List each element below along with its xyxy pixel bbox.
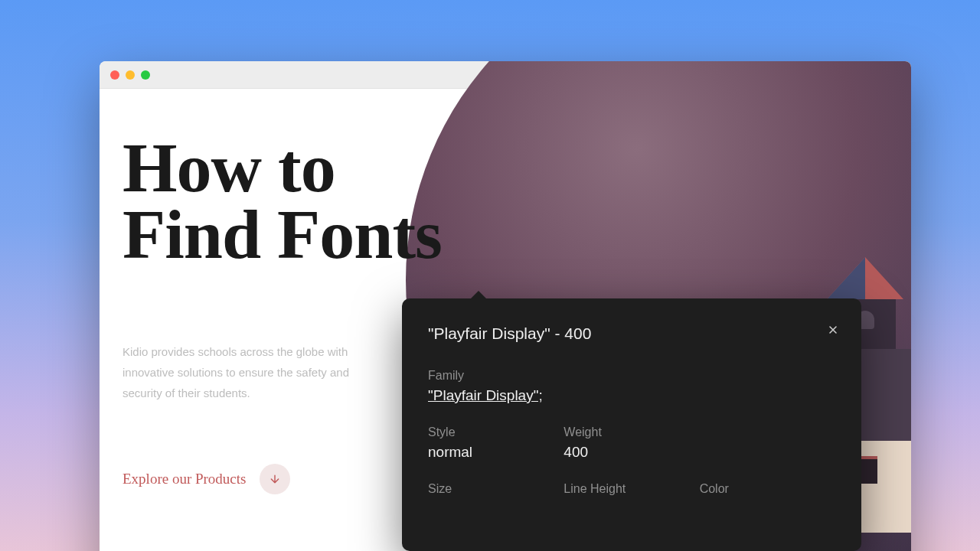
style-value: normal [428, 444, 564, 461]
color-field: Color [700, 482, 835, 500]
family-value[interactable]: "Playfair Display"; [428, 387, 835, 404]
page-subtext: Kidio provides schools across the globe … [122, 341, 383, 403]
style-field: Style normal [428, 425, 564, 461]
inspector-title: "Playfair Display" - 400 [428, 324, 835, 343]
arrow-down-icon [260, 464, 290, 494]
explore-products-link[interactable]: Explore our Products [122, 464, 290, 494]
style-label: Style [428, 425, 564, 439]
weight-field: Weight 400 [564, 425, 699, 461]
close-panel-button[interactable] [825, 321, 841, 338]
traffic-lights [110, 70, 150, 80]
family-label: Family [428, 369, 835, 383]
maximize-window-button[interactable] [141, 70, 150, 80]
line-height-label: Line Height [564, 482, 699, 496]
font-inspector-panel: "Playfair Display" - 400 Family "Playfai… [402, 298, 861, 551]
size-field: Size [428, 482, 564, 500]
size-label: Size [428, 482, 564, 496]
family-field: Family "Playfair Display"; [428, 369, 835, 404]
close-window-button[interactable] [110, 70, 119, 80]
minimize-window-button[interactable] [126, 70, 135, 80]
color-label: Color [700, 482, 835, 496]
page-heading: How to Find Fonts [122, 135, 442, 269]
cta-label: Explore our Products [122, 471, 246, 487]
weight-value: 400 [564, 444, 699, 461]
weight-label: Weight [564, 425, 699, 439]
line-height-field: Line Height [564, 482, 699, 500]
